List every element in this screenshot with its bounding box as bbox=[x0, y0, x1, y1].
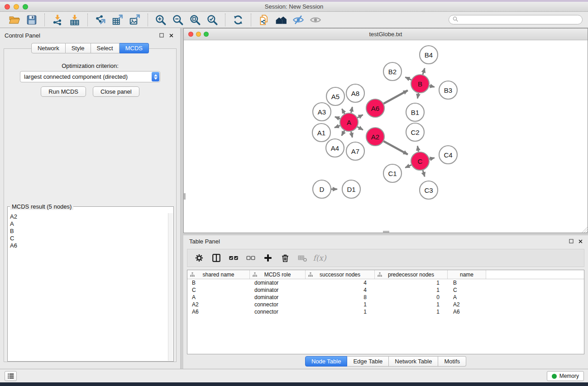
column-header-shared-name[interactable]: shared name bbox=[187, 270, 250, 279]
node-B2[interactable]: B2 bbox=[383, 62, 402, 81]
tab-motifs[interactable]: Motifs bbox=[438, 356, 466, 367]
node-A1[interactable]: A1 bbox=[312, 124, 330, 142]
node-A4[interactable]: A4 bbox=[326, 139, 344, 157]
zoom-out-button[interactable] bbox=[169, 13, 186, 27]
eye-slash-button[interactable] bbox=[290, 13, 307, 27]
tab-network[interactable]: Network bbox=[31, 43, 66, 53]
cell-shared-name[interactable]: C bbox=[187, 287, 250, 293]
network-zoom-button[interactable] bbox=[204, 32, 209, 37]
zoom-in-button[interactable] bbox=[152, 13, 169, 27]
tab-node-table[interactable]: Node Table bbox=[305, 356, 348, 367]
node-C1[interactable]: C1 bbox=[383, 164, 402, 182]
houses-button[interactable] bbox=[272, 13, 290, 27]
close-table-panel-icon[interactable] bbox=[577, 238, 584, 245]
result-item-a6[interactable]: A6 bbox=[10, 242, 168, 249]
node-D[interactable]: D bbox=[313, 180, 331, 198]
node-C3[interactable]: C3 bbox=[420, 181, 438, 199]
tab-style[interactable]: Style bbox=[66, 43, 91, 53]
cell-shared-name[interactable]: A bbox=[187, 294, 250, 300]
export-table-button[interactable] bbox=[109, 13, 126, 27]
table-row-a[interactable]: Adominator80A bbox=[187, 294, 584, 301]
cell-mcds-role[interactable]: connector bbox=[250, 301, 306, 308]
vertical-scroll-thumb[interactable] bbox=[184, 193, 186, 200]
node-C2[interactable]: C2 bbox=[406, 123, 424, 141]
cell-name[interactable]: C bbox=[448, 287, 486, 293]
node-D1[interactable]: D1 bbox=[342, 180, 360, 198]
zoom-fit-button[interactable] bbox=[186, 13, 204, 27]
table-row-a6[interactable]: A6connector11A6 bbox=[187, 308, 584, 315]
cell-predecessor-nodes[interactable]: 1 bbox=[375, 301, 448, 308]
close-window-button[interactable] bbox=[5, 4, 10, 10]
show-panels-list-button[interactable] bbox=[5, 371, 17, 381]
result-scrollbar[interactable] bbox=[168, 213, 173, 361]
horizontal-scroll-thumb[interactable] bbox=[383, 231, 389, 233]
close-panel-icon[interactable] bbox=[167, 32, 175, 39]
cell-mcds-role[interactable]: dominator bbox=[250, 287, 306, 293]
cell-name[interactable]: A2 bbox=[448, 301, 486, 308]
table-row-a2[interactable]: A2connector11A2 bbox=[187, 301, 584, 308]
memory-button[interactable]: Memory bbox=[547, 371, 584, 381]
cell-shared-name[interactable]: A6 bbox=[187, 309, 250, 315]
cell-predecessor-nodes[interactable]: 1 bbox=[375, 287, 448, 293]
cell-mcds-role[interactable]: dominator bbox=[250, 280, 306, 286]
column-header-name[interactable]: name bbox=[448, 270, 486, 279]
export-network-button[interactable] bbox=[92, 13, 109, 27]
column-header-mcds-role[interactable]: MCDS role bbox=[250, 270, 306, 279]
column-header-predecessor-nodes[interactable]: predecessor nodes bbox=[375, 270, 448, 279]
network-minimize-button[interactable] bbox=[196, 32, 201, 37]
save-button[interactable] bbox=[23, 13, 40, 27]
node-B4[interactable]: B4 bbox=[420, 46, 438, 64]
checked-pair-button[interactable] bbox=[227, 251, 240, 265]
cell-name[interactable]: A bbox=[448, 294, 486, 300]
node-B1[interactable]: B1 bbox=[406, 103, 424, 121]
cell-predecessor-nodes[interactable]: 1 bbox=[375, 309, 448, 315]
tab-edge-table[interactable]: Edge Table bbox=[347, 356, 389, 367]
column-layout-button[interactable] bbox=[210, 251, 223, 265]
result-item-b[interactable]: B bbox=[10, 228, 168, 235]
table-row-c[interactable]: Cdominator41C bbox=[187, 286, 584, 294]
minimize-window-button[interactable] bbox=[14, 4, 19, 10]
zoom-selected-button[interactable] bbox=[204, 13, 221, 27]
cell-name[interactable]: B bbox=[448, 280, 486, 286]
node-A[interactable]: A bbox=[340, 113, 358, 131]
cell-shared-name[interactable]: B bbox=[187, 280, 250, 286]
cell-successor-nodes[interactable]: 4 bbox=[306, 280, 375, 286]
unchecked-pair-button[interactable] bbox=[244, 251, 257, 265]
search-input[interactable] bbox=[460, 17, 579, 23]
result-item-c[interactable]: C bbox=[10, 235, 168, 242]
cell-successor-nodes[interactable]: 4 bbox=[306, 287, 375, 293]
criterion-dropdown[interactable]: largest connected component (directed) bbox=[20, 71, 160, 82]
column-header-successor-nodes[interactable]: successor nodes bbox=[306, 270, 375, 279]
cell-successor-nodes[interactable]: 1 bbox=[306, 301, 375, 308]
node-C4[interactable]: C4 bbox=[439, 146, 457, 164]
cell-predecessor-nodes[interactable]: 0 bbox=[375, 294, 448, 300]
node-B[interactable]: B bbox=[411, 75, 429, 93]
plus-button[interactable] bbox=[262, 251, 274, 265]
cell-mcds-role[interactable]: dominator bbox=[250, 294, 306, 300]
resize-grip-icon[interactable] bbox=[581, 226, 588, 233]
eye-button[interactable] bbox=[307, 13, 324, 27]
result-item-a2[interactable]: A2 bbox=[10, 213, 168, 220]
close-panel-button[interactable]: Close panel bbox=[93, 86, 139, 97]
tab-mcds[interactable]: MCDS bbox=[120, 43, 149, 53]
cell-successor-nodes[interactable]: 1 bbox=[306, 309, 375, 315]
node-A6[interactable]: A6 bbox=[366, 99, 384, 117]
copy-network-button[interactable] bbox=[255, 13, 272, 27]
cell-shared-name[interactable]: A2 bbox=[187, 301, 250, 308]
table-row-b[interactable]: Bdominator41B bbox=[187, 279, 584, 286]
search-box[interactable] bbox=[449, 15, 583, 24]
node-C[interactable]: C bbox=[411, 152, 429, 170]
node-A2[interactable]: A2 bbox=[366, 128, 384, 146]
node-A3[interactable]: A3 bbox=[313, 103, 331, 121]
node-B3[interactable]: B3 bbox=[439, 81, 457, 99]
tab-network-table[interactable]: Network Table bbox=[389, 356, 438, 367]
float-table-panel-icon[interactable] bbox=[568, 238, 575, 245]
node-A8[interactable]: A8 bbox=[346, 84, 364, 102]
import-network-button[interactable] bbox=[49, 13, 66, 27]
cell-mcds-role[interactable]: connector bbox=[250, 309, 306, 315]
network-close-button[interactable] bbox=[188, 32, 193, 37]
open-folder-button[interactable] bbox=[6, 13, 23, 27]
node-A7[interactable]: A7 bbox=[346, 142, 364, 160]
float-panel-icon[interactable] bbox=[158, 32, 165, 39]
cell-name[interactable]: A6 bbox=[448, 309, 486, 315]
